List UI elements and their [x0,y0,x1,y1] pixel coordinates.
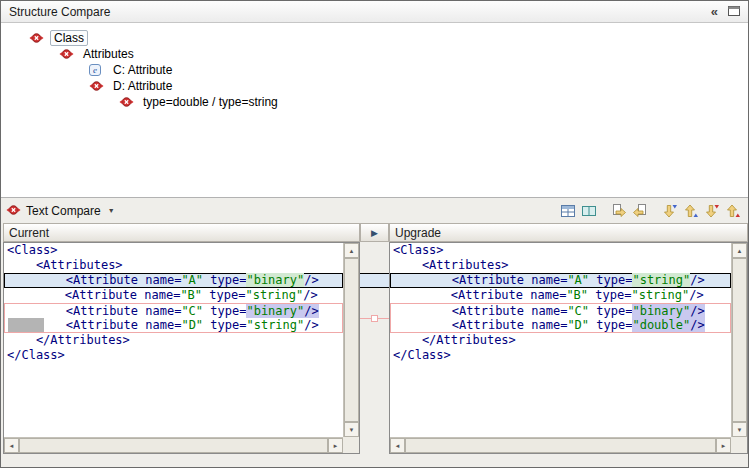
code-line[interactable]: <Attributes> [390,258,731,273]
ancestor-pane-icon [560,203,576,219]
left-code[interactable]: <Class> <Attributes> <Attribute name="A"… [4,243,343,437]
scroll-up-button[interactable]: ▲ [732,243,747,258]
text-compare-title: Text Compare [26,204,101,218]
code-line[interactable]: <Class> [390,243,731,258]
svg-text:e: e [93,65,97,75]
conflict-diff-handle[interactable] [371,315,378,322]
scrollbar-corner [343,437,359,453]
previous-difference-button[interactable] [680,201,701,221]
right-compare-pane: <Class> <Attributes> <Attribute name="A"… [389,242,748,454]
scroll-right-button[interactable]: ► [716,438,731,453]
two-pane-icon [581,203,597,219]
scrollbar-thumb[interactable] [19,438,328,453]
tree-item-label: D: Attribute [110,79,175,93]
maximize-pane-icon[interactable] [728,5,740,19]
scroll-left-icon: ◄ [395,443,401,449]
left-vertical-scrollbar[interactable]: ▲ ▼ [343,243,359,437]
code-line[interactable]: <Class> [4,243,343,258]
code-line[interactable]: <Attribute name="B" type="string"/> [4,288,343,303]
scroll-up-icon: ▲ [349,248,355,254]
tree-item-class[interactable]: Class [1,30,748,46]
code-line[interactable]: </Attributes> [4,333,343,348]
tree-item-type-double-type-string[interactable]: type=double / type=string [1,94,748,110]
code-line[interactable]: <Attribute name="C" type="binary"/> [4,303,343,318]
scroll-down-button[interactable]: ▼ [732,422,747,437]
swap-left-right-button[interactable] [578,201,599,221]
scroll-down-icon: ▼ [737,427,743,433]
tree-item-c-attribute[interactable]: eC: Attribute [1,62,748,78]
selected-diff-connector[interactable] [360,273,389,288]
conflict-icon [119,96,136,109]
copy-all-left-to-right-button[interactable] [608,201,629,221]
scroll-up-icon: ▲ [737,248,743,254]
scroll-up-button[interactable]: ▲ [344,243,359,258]
next-difference-icon [662,203,678,219]
code-line[interactable]: </Class> [4,348,343,363]
conflict-icon [29,32,46,45]
structure-compare-title: Structure Compare [9,5,110,19]
previous-change-icon [725,203,741,219]
next-change-icon [704,203,720,219]
code-line[interactable]: </Class> [390,348,731,363]
structure-compare-header: Structure Compare « [1,1,748,23]
next-change-button[interactable] [701,201,722,221]
right-vertical-scrollbar[interactable]: ▲ ▼ [731,243,747,437]
right-horizontal-scrollbar[interactable]: ◄ ► [390,437,731,453]
next-difference-button[interactable] [659,201,680,221]
left-pane-header: Current [3,223,360,242]
scroll-left-button[interactable]: ◄ [390,438,405,453]
attribute-icon: e [89,64,106,77]
collapse-pane-icon[interactable]: « [711,5,718,18]
conflict-icon [89,80,106,93]
code-line[interactable]: <Attributes> [4,258,343,273]
diff-connector-gap [360,242,389,454]
code-line[interactable]: </Attributes> [390,333,731,348]
tree-item-d-attribute[interactable]: D: Attribute [1,78,748,94]
previous-change-button[interactable] [722,201,743,221]
scrollbar-corner [731,437,747,453]
tree-item-label: C: Attribute [110,63,175,77]
viewer-dropdown-icon[interactable]: ▼ [108,207,115,214]
scroll-left-button[interactable]: ◄ [4,438,19,453]
right-code[interactable]: <Class> <Attributes> <Attribute name="A"… [390,243,731,437]
scroll-right-icon: ► [721,443,727,449]
center-header: ▶ [360,223,389,242]
text-compare-icon [6,202,21,220]
copy-left-to-right-icon [611,203,627,219]
code-line[interactable]: <Attribute name="C" type="binary"/> [390,303,731,318]
text-compare-toolbar: Text Compare ▼ [1,197,748,223]
code-line[interactable]: <Attribute name="D" type="string"/> [4,318,343,333]
tree-item-attributes[interactable]: Attributes [1,46,748,62]
scroll-down-icon: ▼ [349,427,355,433]
code-line[interactable]: <Attribute name="B" type="string"/> [390,288,731,303]
tree-item-label: type=double / type=string [140,95,281,109]
left-horizontal-scrollbar[interactable]: ◄ ► [4,437,343,453]
copy-right-to-left-icon [632,203,648,219]
scrollbar-thumb[interactable] [344,258,359,422]
previous-difference-icon [683,203,699,219]
scroll-down-button[interactable]: ▼ [344,422,359,437]
copy-all-right-to-left-button[interactable] [629,201,650,221]
code-line[interactable]: <Attribute name="D" type="double"/> [390,318,731,333]
scrollbar-thumb[interactable] [405,438,716,453]
merge-direction-icon: ▶ [371,228,378,238]
code-line[interactable]: <Attribute name="A" type="binary"/> [4,273,343,288]
tree-item-label: Attributes [80,47,137,61]
structure-tree: ClassAttributeseC: AttributeD: Attribute… [1,23,748,197]
scroll-left-icon: ◄ [9,443,15,449]
tree-item-label: Class [50,30,88,46]
left-compare-pane: <Class> <Attributes> <Attribute name="A"… [3,242,360,454]
code-line[interactable]: <Attribute name="A" type="string"/> [390,273,731,288]
scroll-right-icon: ► [333,443,339,449]
scrollbar-thumb[interactable] [732,258,747,422]
conflict-icon [59,48,76,61]
show-ancestor-pane-button[interactable] [557,201,578,221]
compare-editor-window: Structure Compare « ClassAttributeseC: A… [0,0,749,468]
compare-toolbar [557,201,743,221]
right-pane-header: Upgrade [389,223,748,242]
scroll-right-button[interactable]: ► [328,438,343,453]
